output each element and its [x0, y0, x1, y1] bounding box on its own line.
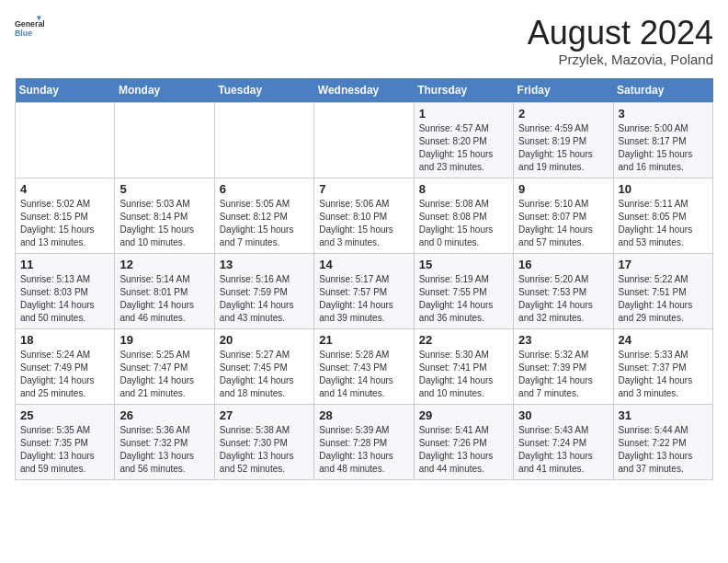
day-info: Sunrise: 4:57 AM Sunset: 8:20 PM Dayligh… [419, 122, 508, 174]
day-number: 10 [619, 182, 708, 196]
calendar-cell: 30Sunrise: 5:43 AM Sunset: 7:24 PM Dayli… [514, 404, 613, 479]
calendar-cell: 5Sunrise: 5:03 AM Sunset: 8:14 PM Daylig… [115, 178, 214, 253]
day-info: Sunrise: 5:44 AM Sunset: 7:22 PM Dayligh… [619, 424, 708, 476]
calendar-cell: 19Sunrise: 5:25 AM Sunset: 7:47 PM Dayli… [115, 328, 214, 404]
calendar-cell: 16Sunrise: 5:20 AM Sunset: 7:53 PM Dayli… [514, 253, 613, 328]
day-info: Sunrise: 5:17 AM Sunset: 7:57 PM Dayligh… [319, 273, 408, 325]
day-info: Sunrise: 5:20 AM Sunset: 7:53 PM Dayligh… [518, 273, 608, 325]
title-block: August 2024 Przylek, Mazovia, Poland [528, 15, 713, 67]
day-info: Sunrise: 5:16 AM Sunset: 7:59 PM Dayligh… [220, 273, 309, 325]
calendar-cell [115, 102, 214, 178]
calendar-cell: 25Sunrise: 5:35 AM Sunset: 7:35 PM Dayli… [16, 404, 115, 479]
day-number: 4 [20, 182, 109, 196]
day-number: 23 [518, 333, 608, 347]
calendar-cell: 7Sunrise: 5:06 AM Sunset: 8:10 PM Daylig… [314, 178, 414, 253]
day-info: Sunrise: 5:22 AM Sunset: 7:51 PM Dayligh… [619, 273, 708, 325]
calendar-cell: 9Sunrise: 5:10 AM Sunset: 8:07 PM Daylig… [514, 178, 613, 253]
day-number: 6 [220, 182, 309, 196]
day-number: 8 [419, 182, 508, 196]
day-info: Sunrise: 5:08 AM Sunset: 8:08 PM Dayligh… [419, 198, 508, 249]
calendar-cell: 23Sunrise: 5:32 AM Sunset: 7:39 PM Dayli… [514, 328, 613, 404]
day-info: Sunrise: 5:06 AM Sunset: 8:10 PM Dayligh… [319, 198, 408, 249]
calendar-cell: 2Sunrise: 4:59 AM Sunset: 8:19 PM Daylig… [514, 102, 613, 178]
calendar-cell: 15Sunrise: 5:19 AM Sunset: 7:55 PM Dayli… [414, 253, 513, 328]
day-number: 14 [319, 258, 408, 271]
calendar-cell: 24Sunrise: 5:33 AM Sunset: 7:37 PM Dayli… [613, 328, 712, 404]
day-number: 30 [518, 408, 608, 422]
calendar-cell: 11Sunrise: 5:13 AM Sunset: 8:03 PM Dayli… [16, 253, 115, 328]
day-info: Sunrise: 5:28 AM Sunset: 7:43 PM Dayligh… [319, 349, 408, 400]
day-info: Sunrise: 5:14 AM Sunset: 8:01 PM Dayligh… [119, 273, 209, 325]
day-info: Sunrise: 5:41 AM Sunset: 7:26 PM Dayligh… [419, 424, 508, 476]
day-info: Sunrise: 5:39 AM Sunset: 7:28 PM Dayligh… [319, 424, 408, 476]
weekday-wednesday: Wednesday [314, 78, 414, 103]
weekday-header-row: SundayMondayTuesdayWednesdayThursdayFrid… [16, 78, 713, 103]
day-number: 19 [119, 333, 209, 347]
day-info: Sunrise: 5:43 AM Sunset: 7:24 PM Dayligh… [518, 424, 608, 476]
calendar-week-1: 1Sunrise: 4:57 AM Sunset: 8:20 PM Daylig… [16, 102, 713, 178]
day-info: Sunrise: 5:11 AM Sunset: 8:05 PM Dayligh… [619, 198, 708, 249]
calendar-cell: 22Sunrise: 5:30 AM Sunset: 7:41 PM Dayli… [414, 328, 513, 404]
day-number: 22 [419, 333, 508, 347]
calendar-cell: 1Sunrise: 4:57 AM Sunset: 8:20 PM Daylig… [414, 102, 513, 178]
day-number: 3 [619, 107, 708, 121]
calendar-cell: 28Sunrise: 5:39 AM Sunset: 7:28 PM Dayli… [314, 404, 414, 479]
day-number: 17 [619, 258, 708, 271]
day-info: Sunrise: 5:35 AM Sunset: 7:35 PM Dayligh… [20, 424, 109, 476]
calendar-cell: 6Sunrise: 5:05 AM Sunset: 8:12 PM Daylig… [214, 178, 313, 253]
day-number: 15 [419, 258, 508, 271]
calendar-week-5: 25Sunrise: 5:35 AM Sunset: 7:35 PM Dayli… [16, 404, 713, 479]
calendar-week-3: 11Sunrise: 5:13 AM Sunset: 8:03 PM Dayli… [16, 253, 713, 328]
day-number: 31 [619, 408, 708, 422]
day-number: 28 [319, 408, 408, 422]
day-number: 26 [119, 408, 209, 422]
day-number: 25 [20, 408, 109, 422]
day-info: Sunrise: 5:36 AM Sunset: 7:32 PM Dayligh… [119, 424, 209, 476]
calendar-cell: 13Sunrise: 5:16 AM Sunset: 7:59 PM Dayli… [214, 253, 313, 328]
calendar-subtitle: Przylek, Mazovia, Poland [528, 52, 713, 67]
day-info: Sunrise: 5:10 AM Sunset: 8:07 PM Dayligh… [518, 198, 608, 249]
day-info: Sunrise: 5:24 AM Sunset: 7:49 PM Dayligh… [20, 349, 109, 400]
weekday-monday: Monday [115, 78, 214, 103]
day-number: 27 [220, 408, 309, 422]
weekday-thursday: Thursday [414, 78, 513, 103]
svg-text:Blue: Blue [15, 29, 32, 38]
page-header: General Blue August 2024 Przylek, Mazovi… [15, 15, 713, 67]
day-number: 29 [419, 408, 508, 422]
calendar-week-4: 18Sunrise: 5:24 AM Sunset: 7:49 PM Dayli… [16, 328, 713, 404]
calendar-cell: 31Sunrise: 5:44 AM Sunset: 7:22 PM Dayli… [613, 404, 712, 479]
day-number: 1 [419, 107, 508, 121]
day-info: Sunrise: 5:38 AM Sunset: 7:30 PM Dayligh… [220, 424, 309, 476]
logo: General Blue [15, 15, 48, 44]
day-number: 12 [119, 258, 209, 271]
calendar-cell [214, 102, 313, 178]
calendar-cell: 12Sunrise: 5:14 AM Sunset: 8:01 PM Dayli… [115, 253, 214, 328]
calendar-cell: 20Sunrise: 5:27 AM Sunset: 7:45 PM Dayli… [214, 328, 313, 404]
day-number: 7 [319, 182, 408, 196]
calendar-week-2: 4Sunrise: 5:02 AM Sunset: 8:15 PM Daylig… [16, 178, 713, 253]
weekday-tuesday: Tuesday [214, 78, 313, 103]
calendar-cell: 8Sunrise: 5:08 AM Sunset: 8:08 PM Daylig… [414, 178, 513, 253]
calendar-cell: 4Sunrise: 5:02 AM Sunset: 8:15 PM Daylig… [16, 178, 115, 253]
calendar-cell [16, 102, 115, 178]
calendar-cell: 10Sunrise: 5:11 AM Sunset: 8:05 PM Dayli… [613, 178, 712, 253]
weekday-friday: Friday [514, 78, 613, 103]
day-info: Sunrise: 5:03 AM Sunset: 8:14 PM Dayligh… [119, 198, 209, 249]
logo-icon: General Blue [15, 15, 44, 44]
day-number: 9 [518, 182, 608, 196]
calendar-cell: 17Sunrise: 5:22 AM Sunset: 7:51 PM Dayli… [613, 253, 712, 328]
day-info: Sunrise: 5:27 AM Sunset: 7:45 PM Dayligh… [220, 349, 309, 400]
calendar-cell: 3Sunrise: 5:00 AM Sunset: 8:17 PM Daylig… [613, 102, 712, 178]
calendar-cell: 21Sunrise: 5:28 AM Sunset: 7:43 PM Dayli… [314, 328, 414, 404]
day-number: 21 [319, 333, 408, 347]
calendar-title: August 2024 [528, 15, 713, 52]
day-number: 18 [20, 333, 109, 347]
svg-text:General: General [15, 19, 44, 29]
day-info: Sunrise: 4:59 AM Sunset: 8:19 PM Dayligh… [518, 122, 608, 174]
calendar-table: SundayMondayTuesdayWednesdayThursdayFrid… [15, 78, 713, 480]
day-info: Sunrise: 5:30 AM Sunset: 7:41 PM Dayligh… [419, 349, 508, 400]
calendar-cell: 14Sunrise: 5:17 AM Sunset: 7:57 PM Dayli… [314, 253, 414, 328]
day-info: Sunrise: 5:19 AM Sunset: 7:55 PM Dayligh… [419, 273, 508, 325]
day-info: Sunrise: 5:32 AM Sunset: 7:39 PM Dayligh… [518, 349, 608, 400]
weekday-sunday: Sunday [16, 78, 115, 103]
